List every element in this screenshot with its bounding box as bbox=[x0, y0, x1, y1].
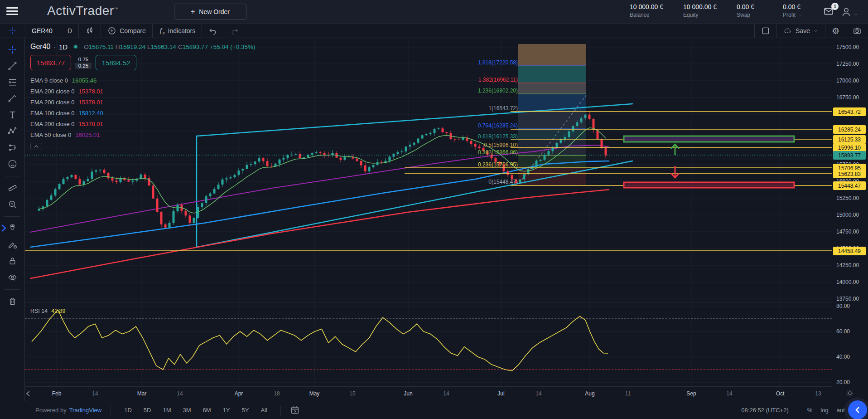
log-scale-toggle[interactable]: log bbox=[820, 407, 828, 414]
chart-pane[interactable]: 1.618(17220.58)1.382(16962.11)1.236(1680… bbox=[25, 38, 832, 302]
fib-level-label: 1(16543.72) bbox=[488, 105, 518, 112]
timeframe-1y[interactable]: 1Y bbox=[219, 405, 234, 415]
drawing-lock-tool[interactable] bbox=[4, 237, 21, 252]
chart-toolbar: GER40 D Compare ƒx Indicators Save ⚙ bbox=[0, 24, 868, 38]
legend-interval[interactable]: 1D bbox=[59, 43, 68, 51]
lock-all-tool-icon bbox=[7, 256, 18, 266]
price-level-badge: 16125.33 bbox=[833, 135, 866, 144]
timeframe-6m[interactable]: 6M bbox=[199, 405, 215, 415]
position-tool[interactable] bbox=[4, 140, 21, 155]
divider bbox=[5, 216, 20, 217]
text-tool[interactable] bbox=[4, 107, 21, 122]
price-scale[interactable]: 17500.0017250.0017000.0016750.0016500.00… bbox=[832, 38, 868, 401]
trend-line-tool[interactable] bbox=[4, 58, 21, 73]
indicator-row[interactable]: EMA 200 close 015378.01 bbox=[30, 97, 257, 107]
time-axis-label: Feb bbox=[52, 390, 62, 397]
avatar[interactable] bbox=[840, 4, 858, 19]
magnet-tool-icon bbox=[7, 223, 18, 234]
zoom-in-tool[interactable] bbox=[4, 196, 21, 212]
indicator-row[interactable]: EMA 200 close 015378.01 bbox=[30, 118, 257, 129]
timeframe-1m[interactable]: 1M bbox=[159, 405, 175, 415]
crosshair-icon[interactable] bbox=[0, 24, 25, 38]
price-axis-label: 15000.00 bbox=[836, 212, 859, 218]
display-settings-icon[interactable] bbox=[846, 389, 854, 397]
rsi-pane[interactable]: RSI 14 42.89 bbox=[25, 302, 832, 386]
market-status-dot bbox=[73, 44, 78, 49]
save-button[interactable]: Save bbox=[777, 24, 825, 38]
clock[interactable]: 08:26:52 (UTC+2) bbox=[741, 407, 788, 414]
legend-collapse-button[interactable] bbox=[30, 143, 42, 150]
redo-button[interactable] bbox=[224, 24, 246, 38]
layout-checkbox-icon[interactable] bbox=[755, 24, 776, 38]
price-level-badge: 15448.47 bbox=[833, 181, 866, 190]
hamburger-menu-icon[interactable] bbox=[6, 7, 18, 16]
fib-retracement-tool[interactable] bbox=[4, 74, 21, 90]
bottom-bar: Powered by TradingView 1D5D1M3M6M1Y5YAll… bbox=[0, 401, 868, 419]
time-axis-label: 14 bbox=[535, 390, 541, 397]
screenshot-button[interactable] bbox=[846, 24, 868, 38]
indicator-row[interactable]: EMA 50 close 016025.01 bbox=[30, 129, 257, 140]
symbol-button[interactable]: GER40 bbox=[25, 24, 61, 38]
price-level-badge: 15623.83 bbox=[833, 170, 866, 178]
trash-tool[interactable] bbox=[4, 293, 21, 309]
timeframe-5d[interactable]: 5D bbox=[140, 405, 155, 415]
pattern-tool[interactable] bbox=[4, 123, 21, 139]
sell-bid-button[interactable]: 15893.77 bbox=[30, 55, 71, 70]
fib-level-label: 0.236(15706.95) bbox=[478, 161, 518, 168]
legend-symbol[interactable]: Ger40 bbox=[30, 43, 50, 51]
timeframe-3m[interactable]: 3M bbox=[179, 405, 195, 415]
indicators-fx-icon: ƒx bbox=[159, 26, 165, 35]
collapse-panel-button[interactable] bbox=[848, 400, 867, 419]
time-axis-label: 18 bbox=[274, 390, 280, 397]
crosshair-tool-icon bbox=[7, 44, 18, 55]
plus-icon: + bbox=[191, 8, 195, 16]
go-to-date-icon[interactable] bbox=[290, 405, 300, 415]
undo-button[interactable] bbox=[202, 24, 224, 38]
redo-icon bbox=[230, 26, 239, 35]
chevron-down-icon bbox=[813, 28, 819, 34]
interval-button[interactable]: D bbox=[61, 24, 78, 38]
brush-tool[interactable] bbox=[4, 91, 21, 106]
buy-ask-button[interactable]: 15894.52 bbox=[96, 55, 136, 70]
account-balance: 10 000.00 €Balance bbox=[630, 3, 663, 18]
fib-level-label: 0(15448.47) bbox=[488, 179, 518, 185]
rsi-legend[interactable]: RSI 14 42.89 bbox=[30, 308, 66, 314]
indicator-row[interactable]: EMA 9 close 016055.46 bbox=[30, 75, 257, 86]
price-level-badge: 14458.49 bbox=[833, 247, 866, 255]
emoji-tool-icon bbox=[7, 159, 18, 169]
lock-all-tool[interactable] bbox=[4, 253, 21, 268]
chevron-left-icon[interactable] bbox=[26, 390, 30, 397]
panel-expand-chevron-icon[interactable] bbox=[0, 224, 7, 232]
zoom-in-tool-icon bbox=[7, 199, 18, 210]
crosshair-tool[interactable] bbox=[4, 42, 21, 57]
text-tool-icon bbox=[7, 110, 18, 120]
timeframe-1d[interactable]: 1D bbox=[120, 405, 136, 415]
new-order-button[interactable]: + New Order bbox=[174, 4, 246, 20]
indicators-button[interactable]: ƒx Indicators bbox=[153, 24, 202, 38]
spread-box: 0.75 0.25 bbox=[73, 55, 94, 70]
time-axis-label: 13 bbox=[815, 390, 821, 397]
time-axis-label: 14 bbox=[726, 390, 732, 397]
percent-scale-toggle[interactable]: % bbox=[807, 407, 813, 414]
emoji-tool[interactable] bbox=[4, 156, 21, 171]
timeframe-all[interactable]: All bbox=[256, 405, 271, 415]
ohlc-values: O15875.11H15919.24L15863.14C15893.77+55.… bbox=[84, 44, 257, 50]
price-axis-label: 20.00 bbox=[836, 379, 850, 385]
settings-button[interactable]: ⚙ bbox=[825, 24, 846, 38]
indicator-row[interactable]: EMA 100 close 015812.40 bbox=[30, 107, 257, 118]
ruler-tool[interactable] bbox=[4, 180, 21, 195]
hide-all-tool[interactable] bbox=[4, 269, 21, 285]
position-tool-icon bbox=[7, 142, 18, 153]
rsi-chart[interactable] bbox=[25, 302, 832, 386]
time-axis[interactable]: Feb14Mar14Apr18May15Jun14Jul14Aug11Sep14… bbox=[25, 386, 832, 401]
chart-style-button[interactable] bbox=[79, 24, 101, 38]
timeframe-5y[interactable]: 5Y bbox=[238, 405, 253, 415]
camera-icon bbox=[853, 26, 862, 35]
indicator-row[interactable]: EMA 200 close 015378.01 bbox=[30, 86, 257, 97]
candles-icon bbox=[85, 26, 94, 35]
tradingview-link[interactable]: TradingView bbox=[69, 407, 102, 414]
trend-line-tool-icon bbox=[7, 61, 18, 71]
mail-icon[interactable]: 1 bbox=[823, 6, 835, 18]
chevron-down-icon[interactable] bbox=[798, 13, 803, 17]
compare-button[interactable]: Compare bbox=[101, 24, 152, 38]
